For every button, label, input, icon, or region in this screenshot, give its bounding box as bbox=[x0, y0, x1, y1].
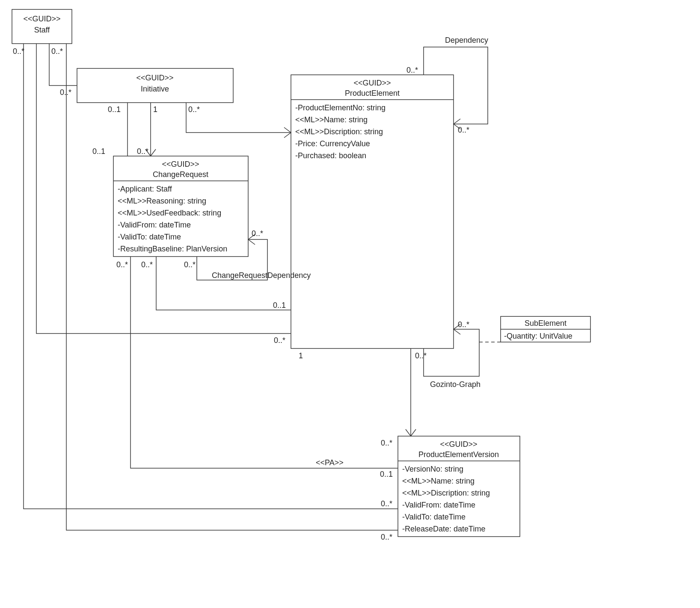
svg-text:ChangeRequestDependency: ChangeRequestDependency bbox=[212, 271, 311, 280]
svg-text:0..*: 0..* bbox=[274, 336, 285, 345]
svg-text:-Purchased: boolean: -Purchased: boolean bbox=[295, 151, 366, 160]
svg-text:0..*: 0..* bbox=[137, 147, 148, 156]
svg-text:0..1: 0..1 bbox=[108, 105, 121, 114]
svg-text:0..*: 0..* bbox=[406, 66, 418, 74]
svg-text:<<GUID>>: <<GUID>> bbox=[162, 160, 199, 168]
assoc-cr-productelement: 0..* 0..1 bbox=[141, 257, 291, 310]
svg-text:<<ML>>Discription: string: <<ML>>Discription: string bbox=[402, 489, 490, 497]
svg-text:Dependency: Dependency bbox=[445, 36, 488, 44]
svg-text:ProductElement: ProductElement bbox=[345, 89, 400, 97]
svg-text:0..1: 0..1 bbox=[92, 147, 105, 156]
svg-text:<<GUID>>: <<GUID>> bbox=[440, 440, 477, 449]
assoc-initiative-productelement: 0..* bbox=[186, 103, 291, 138]
class-initiative: <<GUID>> Initiative bbox=[77, 68, 233, 103]
svg-text:0..*: 0..* bbox=[252, 229, 263, 238]
svg-text:-VersionNo: string: -VersionNo: string bbox=[402, 465, 463, 473]
svg-text:-ValidFrom: dateTime: -ValidFrom: dateTime bbox=[118, 221, 191, 229]
svg-text:0..*: 0..* bbox=[458, 320, 469, 329]
class-staff: <<GUID>> Staff bbox=[12, 9, 72, 44]
class-sub-element: SubElement -Quantity: UnitValue bbox=[501, 316, 590, 342]
svg-text:0..*: 0..* bbox=[381, 499, 392, 508]
svg-text:-Price: CurrencyValue: -Price: CurrencyValue bbox=[295, 139, 370, 148]
class-product-element-version: <<GUID>> ProductElementVersion -VersionN… bbox=[398, 436, 520, 537]
svg-text:-ValidFrom: dateTime: -ValidFrom: dateTime bbox=[402, 501, 475, 509]
svg-text:Staff: Staff bbox=[34, 26, 50, 34]
svg-text:0..*: 0..* bbox=[51, 47, 63, 56]
svg-text:<<ML>>UsedFeedback: string: <<ML>>UsedFeedback: string bbox=[118, 209, 221, 217]
svg-text:-Applicant: Staff: -Applicant: Staff bbox=[118, 185, 172, 193]
assoc-initiative-changerequest-2: 0..1 0..1 bbox=[92, 103, 128, 156]
svg-text:0..*: 0..* bbox=[184, 260, 196, 269]
svg-text:0..*: 0..* bbox=[141, 260, 153, 269]
svg-text:0..*: 0..* bbox=[415, 351, 427, 360]
svg-text:0..*: 0..* bbox=[381, 439, 392, 447]
svg-text:ChangeRequest: ChangeRequest bbox=[153, 170, 208, 179]
svg-text:-ProductElementNo: string: -ProductElementNo: string bbox=[295, 103, 386, 112]
svg-text:Gozinto-Graph: Gozinto-Graph bbox=[430, 380, 481, 389]
class-product-element: <<GUID>> ProductElement -ProductElementN… bbox=[291, 75, 454, 348]
svg-text:0..*: 0..* bbox=[116, 260, 128, 269]
svg-text:Initiative: Initiative bbox=[141, 85, 169, 93]
assoc-pe-pev: 1 0..* bbox=[299, 348, 416, 447]
svg-text:1: 1 bbox=[299, 351, 303, 360]
svg-text:<<ML>>Reasoning: string: <<ML>>Reasoning: string bbox=[118, 197, 206, 205]
svg-text:<<ML>>Name: string: <<ML>>Name: string bbox=[402, 477, 475, 485]
svg-text:<<ML>>Name: string: <<ML>>Name: string bbox=[295, 115, 368, 124]
svg-text:0..*: 0..* bbox=[13, 47, 24, 56]
svg-text:0..*: 0..* bbox=[60, 88, 71, 97]
svg-text:ProductElementVersion: ProductElementVersion bbox=[418, 450, 499, 459]
svg-text:-ResultingBaseline: PlanVersio: -ResultingBaseline: PlanVersion bbox=[118, 245, 227, 253]
svg-text:0..1: 0..1 bbox=[380, 470, 393, 478]
assoc-initiative-changerequest: 1 0..* bbox=[137, 103, 157, 156]
svg-text:<<ML>>Discription: string: <<ML>>Discription: string bbox=[295, 127, 383, 136]
class-change-request: <<GUID>> ChangeRequest -Applicant: Staff… bbox=[113, 156, 248, 257]
svg-text:0..1: 0..1 bbox=[273, 301, 286, 310]
svg-text:-ReleaseDate: dateTime: -ReleaseDate: dateTime bbox=[402, 525, 485, 533]
svg-text:-Quantity: UnitValue: -Quantity: UnitValue bbox=[504, 332, 572, 340]
svg-text:-ValidTo: dateTime: -ValidTo: dateTime bbox=[402, 513, 466, 521]
svg-text:-ValidTo: dateTime: -ValidTo: dateTime bbox=[118, 233, 181, 241]
svg-text:<<GUID>>: <<GUID>> bbox=[136, 74, 173, 82]
svg-text:0..*: 0..* bbox=[458, 126, 469, 134]
svg-text:SubElement: SubElement bbox=[525, 319, 567, 328]
svg-text:1: 1 bbox=[153, 105, 157, 114]
assoc-staff-initiative: 0..* 0..* bbox=[49, 44, 77, 97]
svg-text:<<GUID>>: <<GUID>> bbox=[23, 15, 60, 23]
svg-text:0..*: 0..* bbox=[188, 105, 200, 114]
svg-text:0..*: 0..* bbox=[381, 533, 392, 541]
svg-text:<<GUID>>: <<GUID>> bbox=[353, 79, 391, 87]
uml-diagram: <<GUID>> Staff <<GUID>> Initiative <<GUI… bbox=[0, 0, 700, 608]
svg-text:<<PA>>: <<PA>> bbox=[316, 458, 344, 467]
